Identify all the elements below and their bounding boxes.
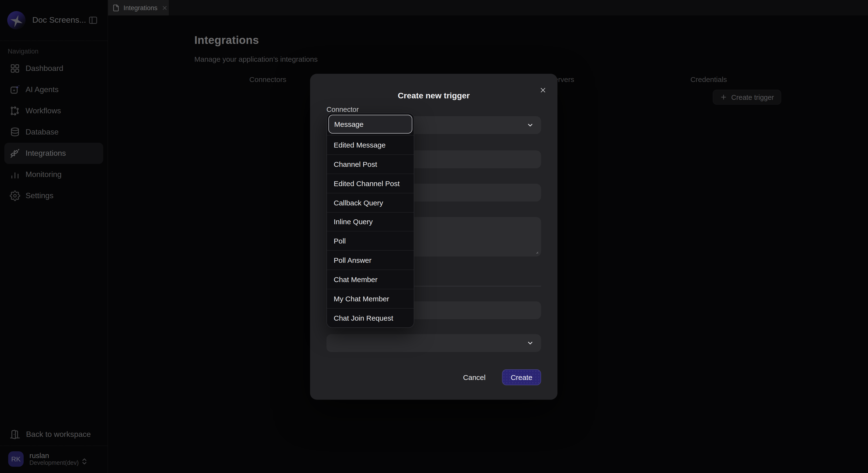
dropdown-option-message[interactable]: Message — [327, 113, 414, 135]
modal-title: Create new trigger — [398, 91, 470, 101]
close-icon[interactable] — [539, 86, 547, 94]
connector-dropdown: Message Edited Message Channel Post Edit… — [327, 113, 414, 328]
modal-header: Create new trigger — [327, 74, 541, 101]
modal-footer: Cancel Create — [327, 369, 541, 385]
screen: Doc Screens... Navigation Dashboard — [0, 0, 868, 473]
connector-field-label: Connector — [327, 105, 541, 113]
dropdown-option-channel-post[interactable]: Channel Post — [327, 154, 414, 174]
chevron-down-icon — [527, 340, 534, 347]
dropdown-option-my-chat-member[interactable]: My Chat Member — [327, 289, 414, 308]
cancel-button[interactable]: Cancel — [460, 373, 489, 382]
dropdown-option-poll[interactable]: Poll — [327, 231, 414, 251]
dropdown-option-poll-answer[interactable]: Poll Answer — [327, 251, 414, 270]
dropdown-option-chat-join-request[interactable]: Chat Join Request — [327, 308, 414, 327]
create-trigger-modal: Create new trigger Connector — [310, 74, 557, 400]
chevron-down-icon — [527, 122, 534, 129]
dropdown-option-edited-channel-post[interactable]: Edited Channel Post — [327, 174, 414, 193]
secondary-select[interactable] — [327, 334, 541, 352]
dropdown-option-callback-query[interactable]: Callback Query — [327, 193, 414, 212]
dropdown-option-edited-message[interactable]: Edited Message — [327, 135, 414, 154]
resize-handle-icon[interactable] — [533, 249, 539, 254]
dropdown-option-inline-query[interactable]: Inline Query — [327, 212, 414, 231]
dropdown-option-chat-member[interactable]: Chat Member — [327, 270, 414, 289]
create-button[interactable]: Create — [502, 369, 541, 385]
